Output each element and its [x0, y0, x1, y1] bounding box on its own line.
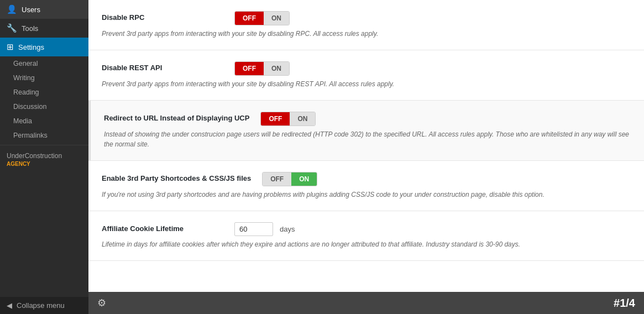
disable-rpc-description: Prevent 3rd party apps from interacting …: [102, 29, 631, 39]
affiliate-cookie-label: Affiliate Cookie Lifetime: [102, 222, 223, 233]
sidebar-nav-tools[interactable]: 🔧 Tools: [0, 19, 88, 38]
toggle-on-btn[interactable]: ON: [290, 112, 315, 125]
redirect-url-description: Instead of showing the under construcion…: [104, 129, 631, 149]
disable-rpc-section: Disable RPC OFF ON Prevent 3rd party app…: [88, 0, 644, 50]
sidebar-item-permalinks[interactable]: Permalinks: [0, 128, 88, 143]
disable-rest-api-section: Disable REST API OFF ON Prevent 3rd part…: [88, 50, 644, 101]
toggle-on-btn[interactable]: ON: [264, 12, 289, 25]
redirect-url-toggle-group[interactable]: OFF ON: [260, 112, 316, 126]
affiliate-cookie-description: Lifetime in days for affiliate cookies a…: [102, 239, 631, 249]
footer-gear-icon[interactable]: ⚙: [97, 297, 106, 309]
footer-pagination: #1/4: [614, 297, 635, 310]
collapse-menu-button[interactable]: ◀ Collapse menu: [0, 297, 88, 314]
sidebar-nav-settings-label: Settings: [18, 43, 44, 51]
sidebar-nav-users[interactable]: 👤 Users: [0, 0, 88, 19]
redirect-url-toggle[interactable]: OFF ON: [260, 112, 316, 126]
tools-icon: 🔧: [7, 23, 17, 33]
main-area: Disable RPC OFF ON Prevent 3rd party app…: [88, 0, 644, 314]
sidebar-underconstruction[interactable]: UnderConstruction AGENCY: [0, 148, 88, 172]
toggle-on-btn[interactable]: ON: [291, 172, 317, 186]
settings-submenu: General Writing Reading Discussion Media…: [0, 56, 88, 143]
toggle-off-btn[interactable]: OFF: [261, 112, 290, 125]
toggle-off-btn[interactable]: OFF: [263, 172, 291, 186]
enable-shortcodes-toggle-group[interactable]: OFF ON: [262, 172, 317, 186]
users-icon: 👤: [7, 4, 17, 14]
sidebar: 👤 Users 🔧 Tools ⊞ Settings General Writi…: [0, 0, 88, 314]
affiliate-cookie-section: Affiliate Cookie Lifetime days Lifetime …: [88, 211, 644, 261]
disable-rpc-toggle[interactable]: OFF ON: [234, 11, 290, 25]
toggle-on-btn[interactable]: ON: [264, 62, 289, 75]
enable-shortcodes-description: If you're not using 3rd party shortcodes…: [102, 190, 631, 200]
disable-rest-api-label: Disable REST API: [102, 61, 223, 72]
settings-content: Disable RPC OFF ON Prevent 3rd party app…: [88, 0, 644, 292]
enable-shortcodes-section: Enable 3rd Party Shortcodes & CSS/JS fil…: [88, 161, 644, 211]
affiliate-cookie-input[interactable]: [234, 222, 273, 236]
footer-bar: ⚙ #1/4: [88, 292, 644, 314]
sidebar-item-reading[interactable]: Reading: [0, 85, 88, 100]
affiliate-cookie-control: days: [234, 222, 295, 236]
sidebar-item-general[interactable]: General: [0, 56, 88, 71]
enable-shortcodes-label: Enable 3rd Party Shortcodes & CSS/JS fil…: [102, 172, 251, 182]
affiliate-cookie-suffix: days: [280, 225, 295, 233]
disable-rpc-label: Disable RPC: [102, 11, 223, 22]
settings-icon: ⊞: [7, 42, 14, 52]
sidebar-nav-users-label: Users: [22, 6, 40, 14]
sidebar-item-discussion[interactable]: Discussion: [0, 100, 88, 114]
sidebar-item-writing[interactable]: Writing: [0, 71, 88, 85]
sidebar-divider: [0, 145, 88, 145]
redirect-url-label: Redirect to URL Instead of Displaying UC…: [104, 112, 249, 122]
redirect-url-section: Redirect to URL Instead of Displaying UC…: [88, 101, 644, 161]
collapse-arrow-icon: ◀: [7, 301, 12, 310]
enable-shortcodes-toggle[interactable]: OFF ON: [262, 172, 317, 186]
disable-rest-api-toggle[interactable]: OFF ON: [234, 61, 290, 76]
sidebar-nav-settings[interactable]: ⊞ Settings: [0, 38, 88, 56]
disable-rest-api-description: Prevent 3rd party apps from interacting …: [102, 79, 631, 89]
sidebar-nav-tools-label: Tools: [22, 24, 38, 33]
toggle-off-btn[interactable]: OFF: [235, 12, 264, 25]
disable-rest-api-toggle-group[interactable]: OFF ON: [234, 61, 290, 76]
sidebar-item-media[interactable]: Media: [0, 114, 88, 128]
disable-rpc-toggle-group[interactable]: OFF ON: [234, 11, 290, 25]
toggle-off-btn[interactable]: OFF: [235, 62, 264, 75]
